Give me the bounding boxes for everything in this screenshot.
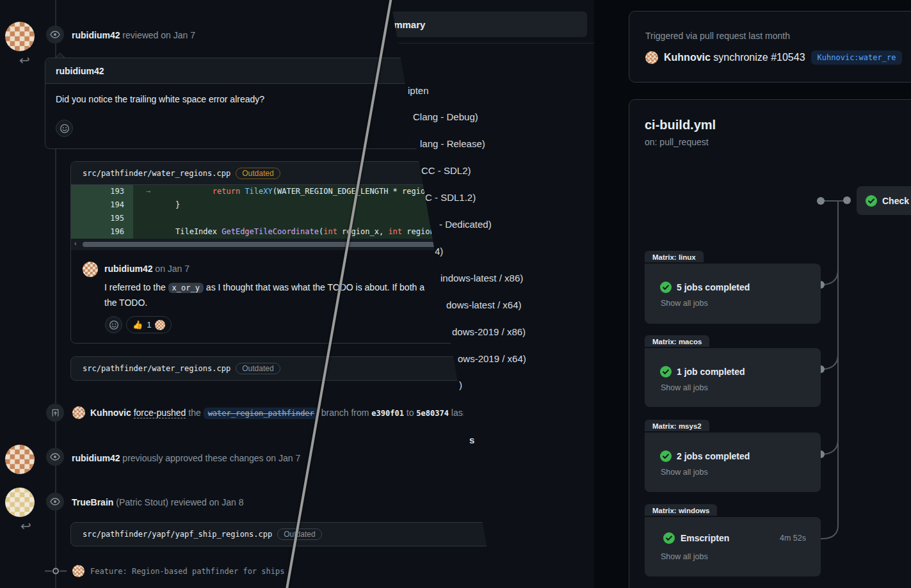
trigger-info-card: Triggered via pull request last month Ku…: [629, 11, 911, 83]
trigger-actor[interactable]: Kuhnovic: [664, 52, 711, 63]
sidebar-job-item[interactable]: C - SDL1.2): [425, 192, 476, 203]
file-path[interactable]: src/pathfinder/water_regions.cpp: [83, 364, 230, 373]
check-circle-icon: [866, 195, 877, 207]
sidebar-job-item[interactable]: dows-2019 / x86): [452, 326, 526, 337]
show-all-jobs-link[interactable]: Show all jobs: [661, 468, 708, 477]
matrix-tab: Matrix: linux: [645, 251, 704, 262]
branch-badge[interactable]: Kuhnovic:water_re: [811, 51, 903, 65]
thumbs-up-reaction-pill[interactable]: 👍 1: [126, 316, 172, 333]
scroll-left-arrow-icon[interactable]: ‹: [74, 239, 77, 247]
check-circle-icon: [660, 366, 672, 377]
matrix-tab: Matrix: windows: [645, 504, 717, 516]
reply-arrow-icon: ↩: [19, 52, 30, 68]
approved-author[interactable]: rubidium42: [72, 453, 120, 463]
commit-sha[interactable]: 5e80374: [416, 409, 449, 418]
matrix-tab: Matrix: msys2: [645, 420, 709, 431]
reply-arrow-icon: ↩: [20, 518, 31, 534]
avatar[interactable]: [72, 406, 85, 419]
job-node-msys2[interactable]: 2 jobs completedShow all jobs: [645, 433, 821, 492]
inline-code-chip: x_or_y: [168, 283, 204, 293]
check-circle-icon: [660, 450, 672, 462]
commit-message[interactable]: Feature: Region-based pathfinder for shi…: [90, 567, 284, 576]
force-push-author[interactable]: Kuhnovic: [90, 408, 131, 418]
avatar[interactable]: [645, 51, 658, 64]
workflow-graph-card: ci-build.yml on: pull_request Matrix: li…: [629, 99, 911, 588]
sidebar-job-item[interactable]: - Dedicated): [439, 219, 492, 230]
review-author[interactable]: rubidium42: [72, 30, 120, 40]
check-circle-icon: [660, 282, 672, 293]
avatar[interactable]: [83, 262, 98, 277]
trigger-actor-row: Kuhnovic synchronize #10543 Kuhnovic:wat…: [645, 51, 902, 65]
matrix-tab: Matrix: macos: [645, 335, 709, 347]
eye-icon: [46, 448, 64, 466]
line-number: 195: [71, 212, 133, 225]
thread-comment-header: rubidium42 on Jan 7: [104, 264, 189, 274]
job-name: Emscripten: [681, 533, 729, 543]
job-node-linux[interactable]: 5 jobs completedShow all jobs: [645, 264, 821, 324]
review-author[interactable]: TrueBrain: [72, 497, 113, 507]
jobs-completed-label: 5 jobs completed: [677, 282, 750, 292]
thumbs-up-icon: 👍: [133, 320, 143, 330]
eye-icon: [46, 26, 64, 44]
sidebar-job-item[interactable]: s: [469, 434, 474, 445]
outdated-badge: Outdated: [236, 168, 280, 179]
job-duration: 4m 52s: [780, 534, 806, 543]
line-number: 193: [71, 185, 133, 198]
job-node-emscripten[interactable]: Emscripten 4m 52s: [654, 524, 815, 552]
job-node-macos[interactable]: 1 job completedShow all jobs: [645, 348, 821, 407]
jobs-completed-label: 1 job completed: [677, 367, 745, 377]
line-number: 196: [71, 225, 133, 239]
avatar[interactable]: [72, 565, 85, 577]
comment-author[interactable]: rubidium42: [56, 66, 104, 76]
show-all-jobs-link[interactable]: Show all jobs: [661, 383, 708, 392]
line-number: 194: [71, 198, 133, 212]
thread-comment-author[interactable]: rubidium42: [104, 264, 152, 274]
sidebar-job-item[interactable]: indows-latest / x86): [440, 273, 523, 283]
repo-push-icon: [46, 404, 64, 422]
commit-icon: [45, 566, 67, 578]
avatar[interactable]: [5, 488, 35, 517]
sidebar-job-item[interactable]: 4): [435, 246, 443, 257]
show-all-jobs-link[interactable]: Show all jobs: [661, 299, 708, 308]
pr-number-link[interactable]: #10543: [771, 52, 805, 63]
file-path[interactable]: src/pathfinder/water_regions.cpp: [83, 169, 230, 178]
job-name: Check An: [882, 196, 911, 206]
avatar: [155, 320, 165, 330]
sidebar-job-item[interactable]: lang - Release): [420, 138, 485, 149]
sidebar-job-item[interactable]: dows-latest / x64): [446, 299, 522, 310]
jobs-completed-label: 2 jobs completed: [677, 451, 750, 461]
check-circle-icon: [663, 532, 675, 544]
sidebar-job-item[interactable]: Clang - Debug): [413, 111, 478, 122]
avatar[interactable]: [5, 22, 35, 51]
file-path[interactable]: src/pathfinder/yapf/yapf_ship_regions.cp…: [83, 530, 272, 539]
sidebar-job-item[interactable]: ): [459, 379, 462, 390]
show-all-jobs-link[interactable]: Show all jobs: [661, 552, 708, 561]
avatar[interactable]: [5, 445, 35, 474]
review-event-1: rubidium42 reviewed on Jan 7: [72, 30, 195, 40]
force-push-event: Kuhnovic force-pushed the water_region_p…: [90, 408, 465, 418]
sidebar-job-item[interactable]: CC - SDL2): [421, 165, 471, 176]
sidebar-job-item[interactable]: ipten: [408, 85, 429, 96]
job-node-check[interactable]: Check An: [857, 186, 911, 215]
commit-sha[interactable]: e390f01: [371, 409, 404, 418]
eye-icon: [46, 493, 64, 511]
branch-chip[interactable]: water_region_pathfinder: [204, 408, 319, 419]
sidebar-job-item[interactable]: ows-2019 / x64): [458, 353, 526, 364]
outdated-badge: Outdated: [277, 528, 321, 540]
approved-event: rubidium42 previously approved these cha…: [72, 453, 300, 463]
outdated-badge: Outdated: [236, 363, 280, 374]
trigger-line: Triggered via pull request last month: [645, 31, 790, 41]
emoji-reaction-button[interactable]: [56, 120, 73, 137]
emoji-reaction-button[interactable]: [105, 316, 122, 333]
review-event-2: TrueBrain (Patric Stout) reviewed on Jan…: [72, 497, 243, 507]
